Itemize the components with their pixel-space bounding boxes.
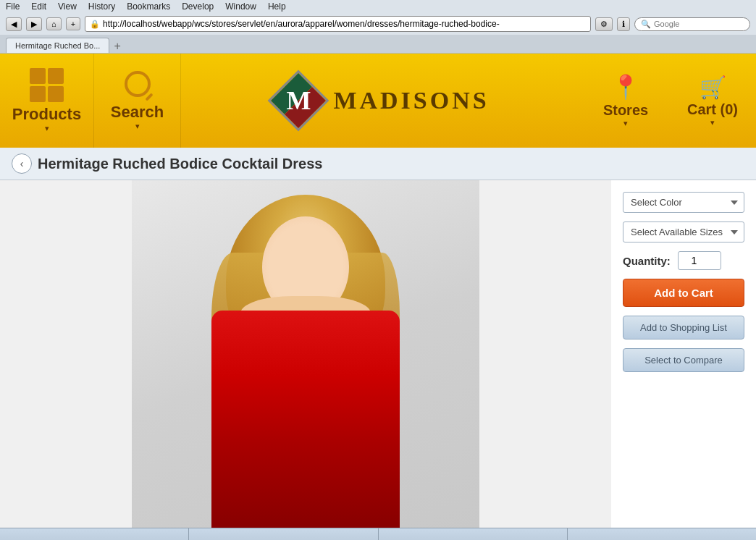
size-select[interactable]: Select Available Sizes (623, 222, 744, 242)
browser-chrome: File Edit View History Bookmarks Develop… (0, 0, 756, 54)
home-button[interactable]: ⌂ (46, 17, 62, 30)
nav-cart[interactable]: 🛒 Cart (0) ▾ (669, 54, 756, 148)
nav-stores-label: Stores (603, 102, 648, 119)
back-button[interactable]: ◀ (6, 17, 22, 31)
color-select[interactable]: Select Color (623, 192, 744, 213)
nav-stores[interactable]: 📍 Stores ▾ (582, 54, 669, 148)
nav-logo: M MADISONS (181, 76, 582, 125)
menu-develop[interactable]: Develop (182, 1, 214, 12)
menu-file[interactable]: File (6, 1, 20, 12)
url-bar[interactable]: 🔒 (85, 16, 591, 32)
product-controls: Select Color Select Available Sizes Quan… (611, 180, 756, 528)
nav-search-label: Search (111, 103, 164, 122)
product-image (132, 180, 479, 528)
breadcrumb-bar: ‹ Hermitage Ruched Bodice Cocktail Dress (0, 148, 756, 180)
app-container: Products ▾ Search ▾ M MADISONS (0, 54, 756, 540)
browser-tab[interactable]: Hermitage Ruched Bo... (6, 38, 109, 53)
add-to-cart-button[interactable]: Add to Cart (623, 279, 744, 307)
page-title: Hermitage Ruched Bodice Cocktail Dress (38, 156, 322, 172)
new-tab-button[interactable]: + (114, 40, 120, 53)
search-arrow-icon: ▾ (135, 122, 140, 131)
nav-products-label: Products (12, 105, 81, 124)
menu-bookmarks[interactable]: Bookmarks (127, 1, 170, 12)
quantity-row: Quantity: (623, 251, 744, 270)
footer-buttons: Sign In My Account Shopping List E-Flyer (0, 528, 756, 540)
nav-cart-label: Cart (0) (687, 101, 738, 118)
browser-action-button[interactable]: ⚙ (595, 17, 613, 31)
products-grid-icon (30, 68, 64, 102)
product-image-area (0, 180, 611, 528)
navbar: Products ▾ Search ▾ M MADISONS (0, 54, 756, 148)
forward-button[interactable]: ▶ (26, 17, 42, 31)
menu-edit[interactable]: Edit (31, 1, 46, 12)
product-area: Select Color Select Available Sizes Quan… (0, 180, 756, 528)
browser-search-bar[interactable]: 🔍 (634, 17, 750, 31)
menu-help[interactable]: Help (268, 1, 286, 12)
browser-search-input[interactable] (654, 20, 744, 28)
menu-history[interactable]: History (88, 1, 115, 12)
shopping-list-button[interactable]: Shopping List (379, 528, 568, 540)
my-account-button[interactable]: My Account (189, 528, 378, 540)
e-flyer-button[interactable]: E-Flyer (568, 528, 756, 540)
back-navigation-button[interactable]: ‹ (12, 153, 32, 174)
stores-pin-icon: 📍 (611, 73, 640, 101)
add-to-shopping-list-button[interactable]: Add to Shopping List (623, 316, 744, 339)
reload-button[interactable]: + (66, 17, 80, 30)
sign-in-button[interactable]: Sign In (0, 528, 189, 540)
browser-toolbar: ◀ ▶ ⌂ + 🔒 ⚙ ℹ 🔍 (0, 13, 756, 35)
menu-window[interactable]: Window (225, 1, 256, 12)
tab-bar: Hermitage Ruched Bo... + (0, 35, 756, 53)
info-button[interactable]: ℹ (617, 17, 630, 31)
logo-container: M MADISONS (274, 76, 489, 125)
logo-text: MADISONS (333, 87, 489, 114)
browser-menu-bar: File Edit View History Bookmarks Develop… (0, 0, 756, 13)
url-input[interactable] (103, 19, 586, 29)
nav-products[interactable]: Products ▾ (0, 54, 94, 148)
nav-search[interactable]: Search ▾ (94, 54, 181, 148)
cart-icon: 🛒 (700, 75, 726, 100)
select-to-compare-button[interactable]: Select to Compare (623, 348, 744, 372)
menu-view[interactable]: View (58, 1, 77, 12)
quantity-input[interactable] (678, 251, 721, 270)
search-magnifier-icon (125, 71, 151, 97)
cart-arrow-icon: ▾ (710, 118, 715, 127)
stores-arrow-icon: ▾ (623, 119, 628, 128)
products-arrow-icon: ▾ (45, 124, 49, 133)
quantity-label: Quantity: (623, 255, 671, 267)
logo-m-letter: M (286, 85, 311, 116)
